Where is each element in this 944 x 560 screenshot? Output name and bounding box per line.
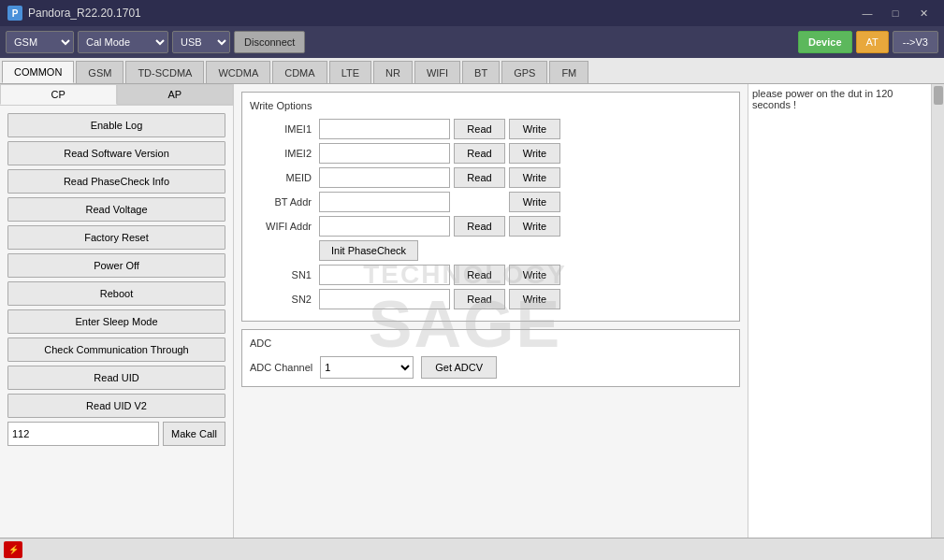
read-phasecheck-info-button[interactable]: Read PhaseCheck Info	[7, 169, 225, 194]
sub-tabs: CP AP	[0, 84, 233, 106]
call-number-input[interactable]	[7, 422, 159, 446]
sub-tab-ap[interactable]: AP	[117, 84, 234, 105]
minimize-button[interactable]: —	[854, 4, 880, 22]
read-software-version-button[interactable]: Read Software Version	[7, 141, 225, 165]
device-button[interactable]: Device	[798, 31, 851, 53]
tab-td-scdma[interactable]: TD-SCDMA	[125, 61, 204, 83]
imei2-label: IMEI2	[250, 148, 315, 159]
tab-gsm[interactable]: GSM	[76, 61, 123, 83]
read-uid-v2-button[interactable]: Read UID V2	[7, 394, 225, 418]
sn1-read-button[interactable]: Read	[454, 265, 505, 285]
adc-title: ADC	[250, 337, 732, 349]
imei2-input[interactable]	[319, 143, 450, 164]
factory-reset-button[interactable]: Factory Reset	[7, 225, 225, 250]
adc-channel-label: ADC Channel	[250, 362, 312, 373]
cal-mode-select[interactable]: Cal Mode Normal Mode	[78, 31, 168, 53]
meid-write-button[interactable]: Write	[509, 167, 560, 188]
sn2-label: SN2	[250, 294, 315, 305]
imei1-write-button[interactable]: Write	[509, 119, 560, 139]
init-phasecheck-row: Init PhaseCheck	[250, 240, 732, 261]
port-select[interactable]: USB COM1 COM2	[172, 31, 230, 53]
wifi-addr-row: WIFI Addr Read Write	[250, 216, 732, 237]
reboot-button[interactable]: Reboot	[7, 281, 225, 306]
sn1-write-button[interactable]: Write	[509, 265, 560, 285]
wifi-addr-input[interactable]	[319, 216, 450, 237]
tab-cdma[interactable]: CDMA	[272, 61, 327, 83]
sn2-row: SN2 Read Write	[250, 289, 732, 309]
tab-wcdma[interactable]: WCDMA	[206, 61, 270, 83]
meid-row: MEID Read Write	[250, 167, 732, 188]
log-panel: please power on the dut in 120 seconds !	[748, 84, 944, 538]
tab-gps[interactable]: GPS	[501, 61, 547, 83]
read-voltage-button[interactable]: Read Voltage	[7, 197, 225, 222]
log-message: please power on the dut in 120 seconds !	[752, 88, 893, 110]
tab-wifi[interactable]: WIFI	[414, 61, 460, 83]
title-bar: P Pandora_R22.20.1701 — □ ✕	[0, 0, 944, 26]
enter-sleep-mode-button[interactable]: Enter Sleep Mode	[7, 309, 225, 334]
bt-addr-input[interactable]	[319, 192, 450, 212]
v3-button[interactable]: -->V3	[893, 31, 938, 53]
meid-input[interactable]	[319, 167, 450, 188]
close-button[interactable]: ✕	[910, 4, 937, 22]
imei1-input[interactable]	[319, 119, 450, 139]
meid-label: MEID	[250, 172, 315, 183]
app-title: Pandora_R22.20.1701	[28, 7, 141, 20]
wifi-addr-read-button[interactable]: Read	[454, 216, 505, 237]
tab-nr[interactable]: NR	[373, 61, 413, 83]
sn2-input[interactable]	[319, 289, 450, 309]
app-icon: P	[7, 6, 22, 21]
make-call-button[interactable]: Make Call	[163, 422, 225, 446]
adc-section: ADC ADC Channel 1 2 3 4 Get ADCV	[241, 329, 740, 387]
sn2-read-button[interactable]: Read	[454, 289, 505, 309]
bt-addr-label: BT Addr	[250, 196, 315, 208]
imei1-label: IMEI1	[250, 123, 315, 135]
imei2-read-button[interactable]: Read	[454, 143, 505, 164]
left-buttons: Enable Log Read Software Version Read Ph…	[0, 106, 233, 453]
imei1-row: IMEI1 Read Write	[250, 119, 732, 139]
sn1-input[interactable]	[319, 265, 450, 285]
write-options-title: Write Options	[250, 100, 732, 111]
check-communication-through-button[interactable]: Check Communication Through	[7, 337, 225, 362]
mode-select[interactable]: GSM WCDMA LTE	[6, 31, 74, 53]
left-panel: CP AP Enable Log Read Software Version R…	[0, 84, 234, 538]
sub-tab-cp[interactable]: CP	[0, 84, 117, 105]
wifi-addr-label: WIFI Addr	[250, 221, 315, 232]
imei2-write-button[interactable]: Write	[509, 143, 560, 164]
sn2-write-button[interactable]: Write	[509, 289, 560, 309]
imei1-read-button[interactable]: Read	[454, 119, 505, 139]
log-scrollbar[interactable]	[931, 84, 944, 538]
status-bar: ⚡	[0, 538, 944, 560]
meid-read-button[interactable]: Read	[454, 167, 505, 188]
enable-log-button[interactable]: Enable Log	[7, 113, 225, 137]
write-options-section: Write Options IMEI1 Read Write IMEI2 Rea…	[241, 92, 740, 322]
call-row: Make Call	[7, 422, 225, 446]
center-panel: TECHNOLOGY SAGE Write Options IMEI1 Read…	[234, 84, 748, 538]
adc-row: ADC Channel 1 2 3 4 Get ADCV	[250, 356, 732, 379]
toolbar: GSM WCDMA LTE Cal Mode Normal Mode USB C…	[0, 26, 944, 58]
bt-addr-row: BT Addr Read Write	[250, 192, 732, 212]
tab-lte[interactable]: LTE	[329, 61, 371, 83]
sn1-row: SN1 Read Write	[250, 265, 732, 285]
window-controls: — □ ✕	[854, 4, 937, 22]
tab-bar: COMMON GSM TD-SCDMA WCDMA CDMA LTE NR WI…	[0, 58, 944, 84]
maximize-button[interactable]: □	[882, 4, 908, 22]
disconnect-button[interactable]: Disconnect	[234, 31, 305, 53]
init-phasecheck-button[interactable]: Init PhaseCheck	[319, 240, 418, 261]
tab-bt[interactable]: BT	[462, 61, 500, 83]
sn1-label: SN1	[250, 269, 315, 280]
status-icon: ⚡	[4, 541, 22, 558]
imei2-row: IMEI2 Read Write	[250, 143, 732, 164]
wifi-addr-write-button[interactable]: Write	[509, 216, 560, 237]
bt-addr-write-button[interactable]: Write	[509, 192, 560, 212]
tab-common[interactable]: COMMON	[2, 61, 74, 83]
adc-channel-select[interactable]: 1 2 3 4	[320, 356, 414, 379]
at-button[interactable]: AT	[856, 31, 889, 53]
main-content: CP AP Enable Log Read Software Version R…	[0, 84, 944, 538]
get-adcv-button[interactable]: Get ADCV	[421, 356, 497, 379]
tab-fm[interactable]: FM	[549, 61, 588, 83]
log-content: please power on the dut in 120 seconds !	[748, 84, 931, 538]
power-off-button[interactable]: Power Off	[7, 253, 225, 278]
scrollbar-thumb[interactable]	[934, 86, 943, 105]
read-uid-button[interactable]: Read UID	[7, 366, 225, 390]
